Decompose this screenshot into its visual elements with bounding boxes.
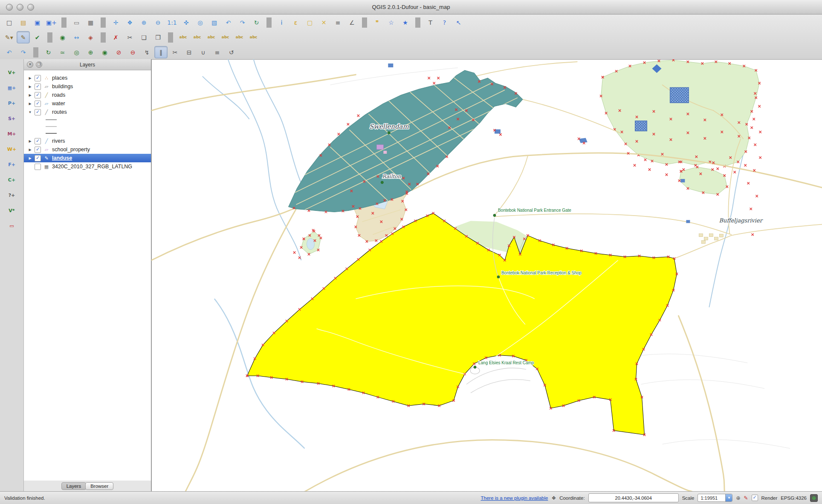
zoom-in-icon[interactable]: ⊕	[137, 16, 151, 29]
show-bookmarks-icon[interactable]: ★	[399, 16, 412, 29]
stop-render-icon[interactable]: ✎	[744, 495, 748, 501]
tab-browser[interactable]: Browser	[85, 482, 113, 490]
merge-features-icon[interactable]: ∪	[197, 46, 210, 58]
split-features-icon[interactable]: ✂	[168, 46, 182, 58]
panel-close-icon[interactable]: ✕	[27, 61, 33, 68]
layer-routes[interactable]: ╱ routes	[24, 108, 151, 116]
coordinate-capture-icon[interactable]: ?+	[6, 190, 17, 201]
pan-map-icon[interactable]: ✛	[109, 16, 122, 29]
node-tool-icon[interactable]: ◈	[84, 31, 97, 43]
redo-icon[interactable]: ↷	[17, 46, 30, 58]
merge-attributes-icon[interactable]: ≡	[211, 46, 224, 58]
zoom-to-selection-icon[interactable]: ◎	[194, 16, 207, 29]
measure-icon[interactable]: ∠	[345, 16, 359, 29]
add-raster-layer-icon[interactable]: ▦+	[6, 82, 17, 94]
layer-visibility-checkbox[interactable]	[35, 109, 41, 115]
layer-visibility-checkbox[interactable]	[35, 101, 41, 107]
zoom-full-icon[interactable]: ✜	[179, 16, 193, 29]
expand-arrow-icon[interactable]	[28, 156, 32, 160]
layer-roads[interactable]: ╱ roads	[24, 91, 151, 99]
expand-arrow-icon[interactable]	[28, 110, 32, 114]
add-wfs-layer-icon[interactable]: F+	[6, 159, 17, 170]
panel-float-icon[interactable]: ❐	[36, 61, 42, 68]
text-annotation-icon[interactable]: T	[424, 16, 437, 29]
scale-combobox[interactable]: 1:19951 ▼	[698, 494, 732, 502]
magnifier-icon[interactable]: ⊕	[736, 495, 740, 501]
save-edits-icon[interactable]: ✔	[31, 31, 44, 43]
zoom-to-layer-icon[interactable]: ▧	[208, 16, 221, 29]
open-project-icon[interactable]: ▤	[17, 16, 30, 29]
minimize-window-button[interactable]	[17, 4, 23, 11]
add-vector-layer-icon[interactable]: V+	[6, 67, 17, 78]
label-move-icon[interactable]: abc	[219, 31, 232, 43]
current-edits-icon[interactable]: ✎▾	[3, 31, 16, 43]
label-rotate-icon[interactable]: abc	[233, 31, 246, 43]
layer-raster[interactable]: ▦ 3420C_2010_327_RGB_LATLNG	[24, 162, 151, 171]
simplify-feature-icon[interactable]: ≃	[56, 46, 69, 58]
routes-legend-swatch[interactable]	[24, 130, 151, 137]
zoom-window-button[interactable]	[27, 4, 34, 11]
delete-ring-icon[interactable]: ⊘	[112, 46, 125, 58]
add-part-icon[interactable]: ⊕	[84, 46, 97, 58]
cut-features-icon[interactable]: ✂	[123, 31, 136, 43]
pan-to-selection-icon[interactable]: ❖	[123, 16, 136, 29]
add-mssql-layer-icon[interactable]: M+	[6, 128, 17, 140]
layer-visibility-checkbox[interactable]	[35, 164, 41, 170]
rotate-feature-icon[interactable]: ↻	[42, 46, 55, 58]
undo-icon[interactable]: ↶	[3, 46, 16, 58]
new-project-icon[interactable]: □	[3, 16, 16, 29]
offset-curve-icon[interactable]: ∥	[154, 46, 168, 58]
layer-places[interactable]: ∴ places	[24, 74, 151, 82]
zoom-actual-icon[interactable]: 1:1	[165, 16, 179, 29]
paste-features-icon[interactable]: ❒	[151, 31, 165, 43]
layer-visibility-checkbox[interactable]	[35, 155, 41, 161]
label-properties-icon[interactable]: abc	[247, 31, 260, 43]
rotate-point-symbols-icon[interactable]: ↺	[225, 46, 238, 58]
layer-visibility-checkbox[interactable]	[35, 84, 41, 90]
add-ring-icon[interactable]: ◎	[70, 46, 83, 58]
new-shapefile-layer-icon[interactable]: V*	[6, 205, 17, 216]
expand-arrow-icon[interactable]	[28, 148, 32, 152]
new-print-composer-icon[interactable]: ▭	[70, 16, 83, 29]
save-project-icon[interactable]: ▣	[31, 16, 44, 29]
new-bookmark-icon[interactable]: ☆	[385, 16, 398, 29]
move-feature-icon[interactable]: ↔	[70, 31, 83, 43]
open-attribute-table-icon[interactable]: ≡	[331, 16, 344, 29]
layer-school-property[interactable]: ▱ school_property	[24, 145, 151, 154]
whats-this-icon[interactable]: ↖	[452, 16, 465, 29]
layer-visibility-checkbox[interactable]	[35, 138, 41, 144]
plugin-icon[interactable]: ❖	[551, 495, 556, 501]
save-project-as-icon[interactable]: ▣+	[45, 16, 58, 29]
expand-arrow-icon[interactable]	[28, 102, 32, 106]
map-tips-icon[interactable]: ❞	[370, 16, 384, 29]
expand-arrow-icon[interactable]	[28, 93, 32, 97]
layer-water[interactable]: ▱ water	[24, 99, 151, 108]
add-postgis-layer-icon[interactable]: P+	[6, 98, 17, 109]
layer-visibility-checkbox[interactable]	[35, 147, 41, 153]
expand-arrow-icon[interactable]	[28, 85, 32, 89]
layer-landuse[interactable]: ✎ landuse	[24, 154, 151, 162]
layer-visibility-checkbox[interactable]	[35, 75, 41, 81]
render-checkbox[interactable]	[752, 495, 758, 501]
expand-arrow-icon[interactable]	[28, 139, 32, 143]
zoom-out-icon[interactable]: ⊖	[151, 16, 165, 29]
composer-manager-icon[interactable]: ▦	[84, 16, 97, 29]
expand-arrow-icon[interactable]	[28, 76, 32, 80]
split-parts-icon[interactable]: ⊟	[182, 46, 196, 58]
zoom-last-icon[interactable]: ↶	[222, 16, 235, 29]
fill-ring-icon[interactable]: ◉	[98, 46, 111, 58]
label-pin-icon[interactable]: abc	[191, 31, 204, 43]
delete-selected-icon[interactable]: ✗	[109, 31, 122, 43]
select-features-icon[interactable]: ▢	[303, 16, 316, 29]
delete-part-icon[interactable]: ⊖	[126, 46, 139, 58]
routes-legend-swatch[interactable]	[24, 116, 151, 123]
map-canvas[interactable]: Swellendam Railton Buffeljagsrivier Bont…	[151, 59, 822, 492]
identify-features-icon[interactable]: i	[275, 16, 288, 29]
labeling-icon[interactable]: abc	[177, 31, 190, 43]
close-window-button[interactable]	[6, 4, 13, 11]
zoom-next-icon[interactable]: ↷	[236, 16, 249, 29]
add-wcs-layer-icon[interactable]: C+	[6, 174, 17, 186]
coordinate-input[interactable]	[588, 493, 679, 502]
copy-features-icon[interactable]: ❏	[137, 31, 151, 43]
run-feature-action-icon[interactable]: ε	[289, 16, 302, 29]
